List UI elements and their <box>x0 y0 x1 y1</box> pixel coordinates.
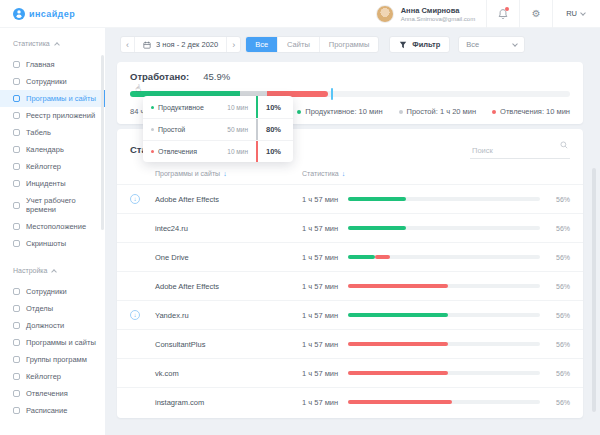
sidebar-item-home[interactable]: Главная <box>0 56 105 73</box>
sidebar-item-departments[interactable]: Отделы <box>0 300 105 317</box>
calendar-icon <box>143 41 151 49</box>
legend-item-productive: Продуктивное: 10 мин <box>297 107 382 116</box>
sidebar-item-timesheet[interactable]: Табель <box>0 124 105 141</box>
sidebar: Статистика Главная Сотрудники Программы … <box>0 28 105 435</box>
sidebar-item-settings-programs-sites[interactable]: Программы и сайты <box>0 334 105 351</box>
sidebar-item-worktime[interactable]: Учет рабочего времени <box>0 192 105 218</box>
funnel-icon <box>399 41 407 49</box>
sidebar-item-schedule[interactable]: Расписание <box>0 402 105 419</box>
row-progress-bar <box>348 284 540 288</box>
worked-percent: 45.9% <box>203 71 230 82</box>
legend-item-distraction: Отвлечения: 10 мин <box>492 107 570 116</box>
location-icon <box>13 223 20 230</box>
row-progress-bar <box>348 255 540 259</box>
tooltip-row: Отвлечения10 мин 10% <box>143 140 293 162</box>
worktime-icon <box>13 202 20 209</box>
filter-dropdown[interactable]: Все <box>458 36 525 53</box>
sort-desc-icon: ↓ <box>223 170 227 177</box>
table-row: ↓ Yandex.ru 1 ч 57 мин 56% <box>117 300 583 329</box>
brand-name: инсайдер <box>29 9 75 19</box>
gear-icon: ⚙ <box>532 9 541 19</box>
table-header: Программы и сайты↓ Статистика↓ <box>117 165 583 184</box>
date-range-picker: ‹ 3 ноя - 2 дек 2020 › <box>120 36 241 53</box>
avatar[interactable] <box>376 5 394 23</box>
screenshots-icon <box>13 240 20 247</box>
idle-dot-icon <box>399 110 403 114</box>
section-settings[interactable]: Настройка <box>0 267 105 274</box>
calendar-icon <box>13 146 20 153</box>
productive-dot-icon <box>151 106 154 109</box>
filter-dropdown-value: Все <box>466 40 479 49</box>
row-progress-bar <box>348 226 540 230</box>
row-progress-bar <box>348 371 540 375</box>
prev-period-button[interactable]: ‹ <box>121 37 135 52</box>
programs-icon <box>13 339 20 346</box>
column-statistics[interactable]: Статистика↓ <box>302 170 348 177</box>
table-row: vk.com 1 ч 57 мин 56% <box>117 358 583 387</box>
table-row: intec24.ru 1 ч 57 мин 56% <box>117 213 583 242</box>
distraction-dot-icon <box>151 150 154 153</box>
home-icon <box>13 61 20 68</box>
expand-row-icon[interactable]: ↓ <box>130 310 140 320</box>
tooltip-row: Простой50 мин 80% <box>143 118 293 140</box>
employees-icon <box>13 78 20 85</box>
sidebar-item-program-groups[interactable]: Группы программ <box>0 351 105 368</box>
sidebar-item-keylogger[interactable]: Кейлоггер <box>0 158 105 175</box>
language-selector[interactable]: RU <box>553 9 585 18</box>
legend: Продуктивное: 10 мин Простой: 1 ч 20 мин… <box>297 107 570 116</box>
notifications-button[interactable] <box>487 0 519 28</box>
row-progress-bar <box>348 400 540 404</box>
sidebar-item-programs-sites[interactable]: Программы и сайты <box>0 90 105 107</box>
chevron-down-icon <box>512 41 518 47</box>
table-row: ConsultantPlus 1 ч 57 мин 56% <box>117 329 583 358</box>
top-header: инсайдер Анна Смирнова Anna.Smirnova@gma… <box>0 0 600 28</box>
settings-button[interactable]: ⚙ <box>520 0 552 28</box>
main-area: ‹ 3 ноя - 2 дек 2020 › Все Сайты Програм… <box>105 28 600 435</box>
filter-button[interactable]: Фильтр <box>389 36 450 53</box>
positions-icon <box>13 322 20 329</box>
departments-icon <box>13 305 20 312</box>
progress-marker <box>331 88 333 100</box>
keylogger-icon <box>13 373 20 380</box>
tab-all[interactable]: Все <box>246 37 278 52</box>
expand-row-icon[interactable]: ↓ <box>130 194 140 204</box>
scope-tabs: Все Сайты Программы <box>245 36 379 53</box>
row-progress-bar <box>348 313 540 317</box>
chevron-up-icon <box>52 269 58 275</box>
user-email: Anna.Smirnova@gmail.com <box>401 16 475 22</box>
sidebar-item-employees[interactable]: Сотрудники <box>0 73 105 90</box>
section-statistics[interactable]: Статистика <box>0 40 105 47</box>
tab-sites[interactable]: Сайты <box>278 37 320 52</box>
sidebar-item-settings-employees[interactable]: Сотрудники <box>0 283 105 300</box>
user-menu[interactable]: Анна Смирнова Anna.Smirnova@gmail.com <box>401 6 475 22</box>
employees-icon <box>13 288 20 295</box>
section-title: Статистика <box>13 40 50 47</box>
search-input[interactable] <box>470 144 570 159</box>
sidebar-item-settings-keylogger[interactable]: Кейлоггер <box>0 368 105 385</box>
main-scrollbar[interactable] <box>592 168 596 412</box>
sidebar-scrollbar[interactable] <box>101 55 104 230</box>
toolbar: ‹ 3 ноя - 2 дек 2020 › Все Сайты Програм… <box>120 36 583 53</box>
brand-logo[interactable]: инсайдер <box>0 8 105 20</box>
insider-logo-icon <box>13 8 25 20</box>
date-range-button[interactable]: 3 ноя - 2 дек 2020 <box>135 37 226 52</box>
timesheet-icon <box>13 129 20 136</box>
sidebar-item-incidents[interactable]: Инциденты <box>0 175 105 192</box>
column-programs-sites[interactable]: Программы и сайты↓ <box>155 170 302 177</box>
sidebar-item-app-registry[interactable]: Реестр приложений <box>0 107 105 124</box>
idle-dot-icon <box>151 128 154 131</box>
incidents-icon <box>13 180 20 187</box>
next-period-button[interactable]: › <box>226 37 240 52</box>
chevron-down-icon <box>580 10 586 16</box>
sidebar-item-positions[interactable]: Должности <box>0 317 105 334</box>
sidebar-item-screenshots[interactable]: Скриншоты <box>0 235 105 252</box>
search-box <box>470 139 570 159</box>
tab-programs[interactable]: Программы <box>320 37 379 52</box>
sidebar-item-distractions[interactable]: Отвлечения <box>0 385 105 402</box>
language-value: RU <box>566 9 577 18</box>
header-right: Анна Смирнова Anna.Smirnova@gmail.com ⚙ … <box>376 0 600 27</box>
tooltip-row: Продуктивное10 мин 10% <box>143 96 293 118</box>
sidebar-item-calendar[interactable]: Календарь <box>0 141 105 158</box>
table-row: instagram.com 1 ч 57 мин 56% <box>117 387 583 416</box>
sidebar-item-location[interactable]: Местоположение <box>0 218 105 235</box>
